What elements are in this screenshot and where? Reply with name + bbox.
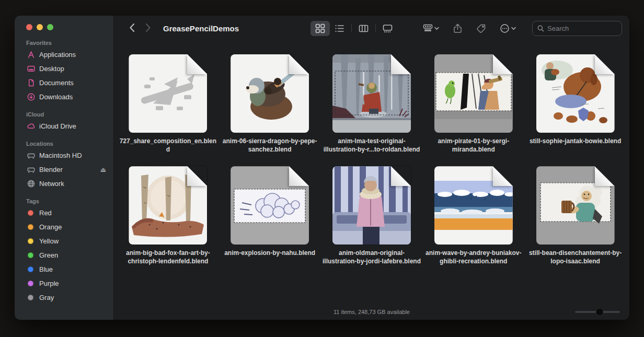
eject-icon[interactable]: ⏏ [100, 166, 106, 173]
chevron-left-icon [129, 22, 135, 33]
sidebar-item-label: Macintosh HD [39, 152, 82, 159]
view-switcher [310, 21, 397, 36]
icon-size-slider[interactable] [575, 311, 620, 313]
column-view-icon [359, 24, 369, 33]
finder-window: Favorites Applications Desktop Documents… [15, 16, 629, 320]
toolbar-actions [420, 21, 519, 36]
file-thumbnail [129, 54, 207, 133]
chevron-down-icon [434, 27, 439, 30]
folded-corner-icon [595, 54, 615, 74]
file-thumbnail [434, 166, 513, 245]
folded-corner-icon [493, 54, 513, 74]
file-name: anim-big-bad-fox-fan-art-by-christoph-le… [119, 249, 217, 265]
globe-icon [26, 179, 36, 189]
folded-corner-icon [187, 54, 207, 74]
sidebar-item-applications[interactable]: Applications [22, 48, 109, 62]
sidebar-item-documents[interactable]: Documents [22, 76, 109, 90]
sidebar-item-macintosh-hd[interactable]: Macintosh HD [22, 148, 109, 162]
file-item[interactable]: 727_share_composition_en.blend [117, 54, 219, 154]
sidebar-item-label: Downloads [39, 93, 73, 101]
tag-color-icon [28, 295, 33, 300]
file-item[interactable]: anim-wave-by-andrey-buniakov-ghibli-recr… [422, 166, 524, 265]
sidebar-tag-green[interactable]: Green [22, 248, 109, 262]
file-thumbnail [129, 166, 207, 245]
section-title-tags: Tags [26, 198, 109, 204]
tag-color-icon [28, 238, 33, 244]
sidebar-item-desktop[interactable]: Desktop [22, 62, 109, 76]
tag-label: Gray [39, 294, 54, 301]
file-name: still-bean-disenchantement-by-lopo-isaac… [526, 249, 625, 265]
tag-color-icon [28, 252, 33, 258]
sidebar-item-network[interactable]: Network [22, 177, 109, 191]
tag-label: Green [39, 251, 58, 259]
main-content: GreasePencilDemos [114, 16, 629, 320]
folded-corner-icon [289, 54, 309, 74]
sidebar-item-label: Network [39, 180, 64, 188]
sidebar-tag-yellow[interactable]: Yellow [22, 234, 109, 248]
share-icon [453, 24, 463, 33]
file-name: anim-explosion-by-nahu.blend [221, 249, 319, 258]
sidebar-tag-blue[interactable]: Blue [22, 262, 109, 276]
tag-label: Orange [39, 223, 62, 231]
file-item[interactable]: anim-oldman-original-illustration-by-jor… [321, 166, 423, 265]
applications-icon [26, 50, 36, 60]
file-thumbnail [332, 166, 411, 245]
sidebar-item-label: Applications [39, 51, 76, 59]
column-view-button[interactable] [354, 21, 373, 36]
file-item[interactable]: anim-lma-test-original-illustration-by-r… [321, 54, 423, 154]
group-by-button[interactable] [420, 21, 442, 36]
search-input[interactable] [547, 25, 617, 32]
harddrive-icon [26, 151, 36, 160]
status-bar: 11 items, 248,73 GB available [114, 304, 629, 320]
file-thumbnail [231, 166, 309, 245]
file-item[interactable]: anim-explosion-by-nahu.blend [219, 166, 321, 265]
share-button[interactable] [450, 21, 465, 36]
file-name: anim-wave-by-andrey-buniakov-ghibli-recr… [424, 249, 523, 265]
search-field[interactable] [532, 21, 622, 36]
more-options-button[interactable] [497, 21, 519, 36]
file-item[interactable]: anim-pirate-01-by-sergi-miranda.blend [422, 54, 524, 154]
tag-label: Red [39, 209, 52, 217]
sidebar-item-icloud-drive[interactable]: iCloud Drive [22, 119, 109, 133]
more-ellipsis-icon [500, 24, 510, 33]
folded-corner-icon [391, 54, 411, 74]
zoom-button[interactable] [47, 24, 53, 30]
list-view-button[interactable] [330, 21, 349, 36]
icon-view-button[interactable] [310, 21, 330, 36]
harddrive-icon [26, 165, 36, 175]
slider-knob[interactable] [596, 308, 604, 316]
tag-label: Purple [39, 280, 59, 287]
file-thumbnail [536, 166, 615, 245]
file-name: anim-06-sierra-dragon-by-pepe-sanchez.bl… [221, 137, 319, 154]
sidebar-item-label: Documents [39, 79, 74, 87]
forward-button[interactable] [143, 21, 154, 36]
file-item[interactable]: anim-06-sierra-dragon-by-pepe-sanchez.bl… [219, 54, 321, 154]
file-name: still-sophie-jantak-bowie.blend [526, 137, 625, 146]
sidebar: Favorites Applications Desktop Documents… [15, 16, 114, 320]
sidebar-item-downloads[interactable]: Downloads [22, 90, 109, 104]
window-controls [22, 24, 109, 30]
gallery-view-button[interactable] [378, 21, 397, 36]
sidebar-item-blender[interactable]: Blender ⏏ [22, 162, 109, 177]
gallery-view-icon [383, 24, 393, 33]
folded-corner-icon [187, 166, 207, 186]
folded-corner-icon [289, 166, 309, 186]
minimize-button[interactable] [37, 24, 43, 30]
sidebar-tag-red[interactable]: Red [22, 206, 109, 220]
sidebar-tag-orange[interactable]: Orange [22, 220, 109, 234]
search-icon [537, 25, 544, 32]
sidebar-tag-purple[interactable]: Purple [22, 276, 109, 290]
file-item[interactable]: still-bean-disenchantement-by-lopo-isaac… [524, 166, 626, 265]
file-item[interactable]: anim-big-bad-fox-fan-art-by-christoph-le… [117, 166, 219, 265]
file-thumbnail [434, 54, 513, 133]
tag-button[interactable] [474, 21, 489, 36]
file-thumbnail [536, 54, 615, 133]
file-name: anim-pirate-01-by-sergi-miranda.blend [424, 137, 523, 154]
sidebar-item-label: Blender [39, 166, 63, 173]
file-name: anim-oldman-original-illustration-by-jor… [323, 249, 421, 265]
chevron-right-icon [145, 22, 152, 33]
back-button[interactable] [126, 21, 137, 36]
close-button[interactable] [26, 24, 32, 30]
sidebar-tag-gray[interactable]: Gray [22, 290, 109, 305]
file-item[interactable]: still-sophie-jantak-bowie.blend [524, 54, 626, 154]
